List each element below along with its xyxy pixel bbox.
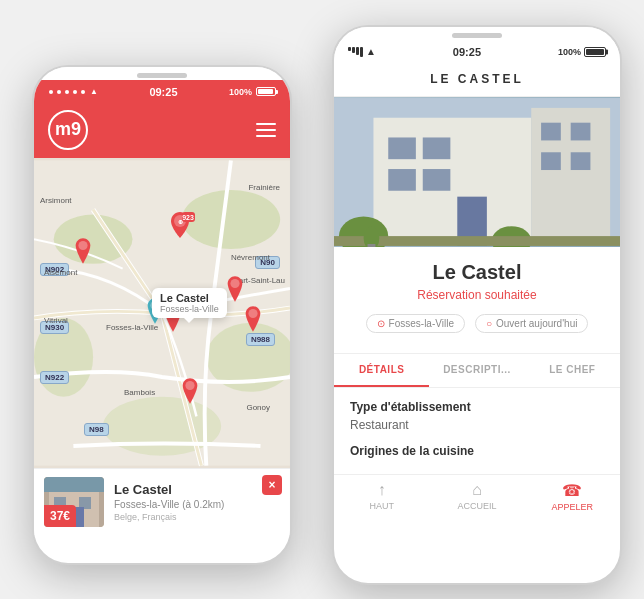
svg-point-16 bbox=[185, 380, 194, 389]
wifi-icon: ▲ bbox=[90, 87, 98, 96]
result-card[interactable]: 37€ Le Castel Fosses-la-Ville (à 0.2km) … bbox=[34, 468, 290, 535]
svg-rect-31 bbox=[541, 122, 561, 140]
tab-chef[interactable]: LE CHEF bbox=[525, 354, 620, 387]
price-badge: 37€ bbox=[44, 505, 76, 527]
svg-point-15 bbox=[248, 308, 257, 317]
road-n922: N922 bbox=[40, 371, 69, 384]
info-tags: ⊙ Fosses-la-Ville ○ Ouvert aujourd'hui bbox=[350, 314, 604, 333]
left-status-bar: ▲ 09:25 100% bbox=[34, 80, 290, 102]
road-n988: N988 bbox=[246, 333, 275, 346]
tooltip-name: Le Castel bbox=[160, 292, 219, 304]
accueil-icon: ⌂ bbox=[472, 481, 482, 499]
close-button[interactable]: × bbox=[262, 475, 282, 495]
clock-icon: ○ bbox=[486, 318, 492, 329]
building-image bbox=[334, 97, 620, 247]
svg-rect-25 bbox=[388, 137, 416, 159]
location-icon: ⊙ bbox=[377, 318, 385, 329]
right-status-time: 09:25 bbox=[453, 46, 481, 58]
svg-rect-34 bbox=[571, 152, 591, 170]
result-info: Le Castel Fosses-la-Ville (à 0.2km) Belg… bbox=[104, 482, 280, 522]
tab-details[interactable]: DÉTAILS bbox=[334, 354, 429, 387]
origins-label: Origines de la cuisine bbox=[350, 444, 604, 458]
svg-rect-27 bbox=[388, 169, 416, 191]
hours-label: Ouvert aujourd'hui bbox=[496, 318, 577, 329]
logo[interactable]: m9 bbox=[48, 110, 88, 150]
place-bambois: Bambois bbox=[124, 388, 155, 397]
status-time: 09:25 bbox=[149, 86, 177, 98]
map-pin-right-lower[interactable] bbox=[242, 306, 264, 332]
right-battery-text: 100% bbox=[558, 47, 581, 57]
haut-icon: ↑ bbox=[378, 481, 386, 499]
map-tooltip: Le Castel Fosses-la-Ville bbox=[152, 288, 227, 318]
right-app-header: LE CASTEL bbox=[334, 62, 620, 97]
right-status-left: ▲ bbox=[348, 46, 376, 57]
svg-point-14 bbox=[230, 278, 239, 287]
svg-rect-39 bbox=[368, 243, 376, 246]
place-nevremont: Névremont bbox=[231, 253, 270, 262]
map-area[interactable]: N902 N930 N922 N90 N988 N98 Arsimont Ais… bbox=[34, 158, 290, 468]
status-right: 100% bbox=[229, 87, 276, 97]
hamburger-line bbox=[256, 129, 276, 131]
scene: ▲ 09:25 100% m9 bbox=[12, 15, 632, 585]
svg-rect-32 bbox=[571, 122, 591, 140]
restaurant-image bbox=[334, 97, 620, 247]
restaurant-name: Le Castel bbox=[350, 261, 604, 284]
svg-point-12 bbox=[78, 240, 87, 249]
nav-appeler[interactable]: ☎ APPELER bbox=[525, 481, 620, 512]
right-status-right: 100% bbox=[558, 47, 606, 57]
tooltip-location: Fosses-la-Ville bbox=[160, 304, 219, 314]
result-location: Fosses-la-Ville (à 0.2km) bbox=[114, 499, 280, 510]
status-left: ▲ bbox=[48, 87, 98, 96]
svg-text:923: 923 bbox=[182, 214, 194, 221]
location-tag: ⊙ Fosses-la-Ville bbox=[366, 314, 465, 333]
accueil-label: ACCUEIL bbox=[457, 501, 496, 511]
map-pin-left[interactable] bbox=[72, 238, 94, 264]
place-arsimont: Arsimont bbox=[40, 196, 72, 205]
left-notch bbox=[34, 67, 290, 80]
road-n98: N98 bbox=[84, 423, 109, 436]
hamburger-menu[interactable] bbox=[256, 123, 276, 137]
right-status-bar: ▲ 09:25 100% bbox=[334, 40, 620, 62]
content-section: Type d'établissement Restaurant Origines… bbox=[334, 388, 620, 474]
header-title: LE CASTEL bbox=[430, 72, 524, 86]
tab-description[interactable]: DESCRIPTI... bbox=[429, 354, 524, 387]
svg-rect-28 bbox=[423, 169, 451, 191]
right-wifi-icon: ▲ bbox=[366, 46, 376, 57]
svg-rect-26 bbox=[423, 137, 451, 159]
signal-dots bbox=[48, 90, 86, 94]
result-image: 37€ bbox=[44, 477, 104, 527]
phone-right: ▲ 09:25 100% LE CASTEL bbox=[332, 25, 622, 585]
svg-point-2 bbox=[182, 189, 280, 248]
reservation-status: Réservation souhaitée bbox=[350, 288, 604, 302]
left-app-header: m9 bbox=[34, 102, 290, 158]
signal-bars bbox=[348, 47, 363, 57]
nav-accueil[interactable]: ⌂ ACCUEIL bbox=[429, 481, 524, 512]
map-pin-bottom[interactable] bbox=[179, 378, 201, 404]
right-speaker bbox=[452, 33, 502, 38]
map-pin-right[interactable] bbox=[224, 276, 246, 302]
result-tags: Belge, Français bbox=[114, 512, 280, 522]
phone-left: ▲ 09:25 100% m9 bbox=[32, 65, 292, 565]
appeler-icon: ☎ bbox=[562, 481, 582, 500]
result-name: Le Castel bbox=[114, 482, 280, 497]
bottom-nav: ↑ HAUT ⌂ ACCUEIL ☎ APPELER bbox=[334, 474, 620, 518]
place-vitrival: Vitrival bbox=[44, 316, 68, 325]
haut-label: HAUT bbox=[369, 501, 394, 511]
battery-percent: 100% bbox=[229, 87, 252, 97]
tabs-row: DÉTAILS DESCRIPTI... LE CHEF bbox=[334, 353, 620, 388]
hamburger-line bbox=[256, 135, 276, 137]
place-frainiere: Frainière bbox=[248, 183, 280, 192]
place-aisemont: Aisemont bbox=[44, 268, 77, 277]
hamburger-line bbox=[256, 123, 276, 125]
svg-rect-22 bbox=[44, 477, 104, 492]
svg-rect-33 bbox=[541, 152, 561, 170]
nav-haut[interactable]: ↑ HAUT bbox=[334, 481, 429, 512]
restaurant-info: Le Castel Réservation souhaitée ⊙ Fosses… bbox=[334, 247, 620, 353]
location-label: Fosses-la-Ville bbox=[389, 318, 454, 329]
map-pin-923[interactable]: ⊕ 923 bbox=[164, 210, 196, 244]
place-gonoy: Gonoy bbox=[246, 403, 270, 412]
right-notch bbox=[334, 27, 620, 40]
type-value: Restaurant bbox=[350, 418, 604, 432]
type-label: Type d'établissement bbox=[350, 400, 604, 414]
appeler-label: APPELER bbox=[552, 502, 594, 512]
